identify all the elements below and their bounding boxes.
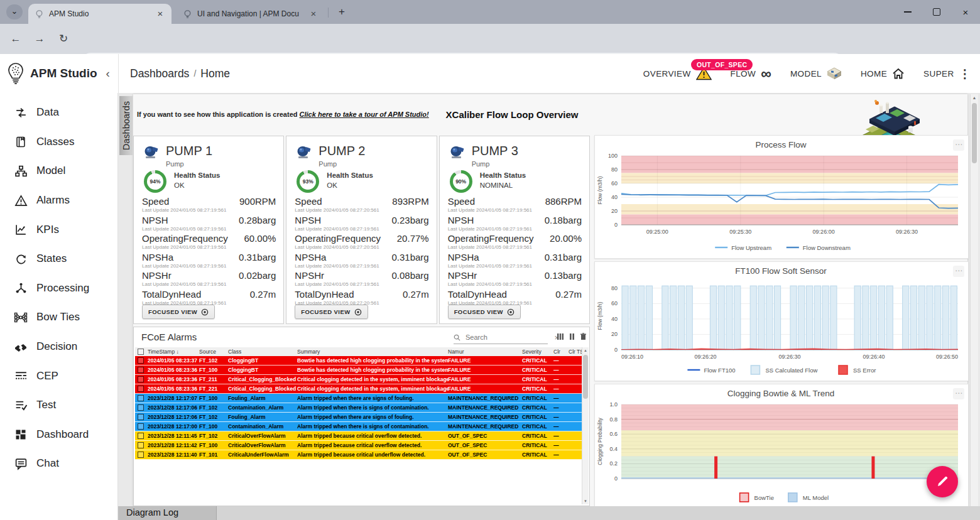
- checkbox-cell[interactable]: [135, 395, 148, 401]
- alarm-row[interactable]: 2023/12/28 12:17:06FT_102Contamination_A…: [135, 403, 582, 413]
- browser-tab-apm-studio[interactable]: APM Studio ×: [28, 4, 172, 24]
- sidebar-item-cep[interactable]: CEP: [0, 361, 117, 391]
- row-checkbox[interactable]: [138, 404, 144, 411]
- scroll-up-icon[interactable]: ▲: [971, 94, 978, 102]
- search-input[interactable]: [464, 333, 536, 342]
- sidebar-item-kpis[interactable]: KPIs: [0, 215, 117, 244]
- metric-label: NPSHr: [142, 270, 172, 281]
- tab-close-icon[interactable]: ×: [308, 9, 318, 19]
- diagram-log-tab[interactable]: Diagram Log: [118, 506, 217, 520]
- alarm-cell: 2024/01/05 08:23:36: [148, 386, 199, 392]
- sidebar-item-alarms[interactable]: Alarms: [0, 186, 117, 215]
- checkbox-cell[interactable]: [135, 442, 148, 448]
- pause-icon[interactable]: [569, 333, 575, 340]
- tab-search-caret-icon[interactable]: ⌄: [6, 4, 23, 19]
- column-header[interactable]: Summary: [297, 349, 448, 355]
- trash-icon[interactable]: [580, 333, 587, 340]
- nav-model[interactable]: MODEL: [790, 67, 842, 80]
- sidebar-item-states[interactable]: States: [0, 244, 117, 274]
- checkbox-cell[interactable]: [135, 367, 148, 373]
- alarm-row[interactable]: 2023/12/28 12:11:45FT_102CriticalOverFlo…: [135, 431, 582, 441]
- focused-view-button[interactable]: FOCUSED VIEW: [295, 305, 368, 319]
- row-checkbox[interactable]: [138, 395, 144, 401]
- scroll-down-icon[interactable]: ▼: [582, 498, 589, 504]
- checkbox-cell[interactable]: [135, 423, 148, 430]
- row-checkbox[interactable]: [138, 376, 144, 382]
- alarms-search[interactable]: [454, 331, 548, 344]
- page-scrollbar[interactable]: ▲: [970, 94, 978, 506]
- select-all-checkbox[interactable]: [138, 349, 144, 355]
- column-header[interactable]: Namur: [448, 349, 522, 355]
- sidebar-collapse-chevron[interactable]: ‹: [106, 67, 110, 80]
- checkbox-cell[interactable]: [135, 404, 148, 411]
- alarm-row[interactable]: 2023/12/28 12:11:40FT_101CriticalUnderFl…: [135, 450, 582, 460]
- window-minimize-button[interactable]: [893, 0, 922, 24]
- dashboards-vertical-tab[interactable]: Dashboards: [119, 96, 133, 155]
- back-button[interactable]: ←: [8, 31, 24, 47]
- new-tab-button[interactable]: +: [334, 4, 349, 19]
- alarms-scrollbar-thumb[interactable]: [583, 355, 588, 399]
- sidebar-item-data[interactable]: Data: [0, 98, 117, 127]
- pump-type: Pump: [472, 160, 518, 168]
- chart-menu-icon[interactable]: ⋯: [953, 266, 964, 277]
- scroll-up-icon[interactable]: ▲: [582, 347, 589, 354]
- alarm-row[interactable]: 2024/01/05 08:23:36FT_211Critical_Cloggi…: [135, 375, 582, 384]
- row-checkbox[interactable]: [138, 423, 144, 430]
- alarm-row[interactable]: 2023/12/28 12:17:07FT_100Fouling_AlarmAl…: [135, 394, 582, 403]
- sidebar-item-chat[interactable]: Chat: [0, 449, 117, 479]
- breadcrumb-section[interactable]: Dashboards: [130, 67, 189, 80]
- column-header[interactable]: Source: [199, 349, 228, 355]
- sidebar-item-dashboard[interactable]: Dashboard: [0, 420, 117, 450]
- edit-fab-button[interactable]: [927, 466, 958, 497]
- alarm-row[interactable]: 2023/12/28 12:17:06FT_102Fouling_AlarmAl…: [135, 413, 582, 422]
- column-header[interactable]: Severity: [522, 349, 553, 355]
- row-checkbox[interactable]: [138, 433, 144, 439]
- nav-home[interactable]: HOME: [861, 68, 905, 80]
- row-checkbox[interactable]: [138, 367, 144, 373]
- checkbox-cell[interactable]: [135, 376, 148, 382]
- alarm-row[interactable]: 2024/01/05 08:23:36FT_100CloggingBTBowti…: [135, 366, 582, 375]
- row-checkbox[interactable]: [138, 357, 144, 364]
- forward-button[interactable]: →: [31, 31, 48, 47]
- column-header[interactable]: Clr TS: [569, 349, 582, 355]
- sidebar-item-classes[interactable]: Classes: [0, 127, 117, 157]
- chart-menu-icon[interactable]: ⋯: [953, 139, 964, 151]
- checkbox-cell[interactable]: [135, 433, 148, 439]
- sidebar-item-processing[interactable]: Processing: [0, 274, 117, 303]
- page-scrollbar-thumb[interactable]: [972, 103, 977, 163]
- focused-view-button[interactable]: FOCUSED VIEW: [448, 305, 521, 319]
- column-header[interactable]: Clr: [553, 349, 569, 355]
- checkbox-cell[interactable]: [135, 386, 148, 392]
- column-header[interactable]: TimeStamp ↓: [148, 349, 199, 355]
- column-header[interactable]: [135, 349, 148, 355]
- row-checkbox[interactable]: [138, 414, 144, 420]
- alarm-row[interactable]: 2023/12/28 12:17:00FT_100Contamination_A…: [135, 422, 582, 431]
- health-status-value: OK: [174, 181, 185, 189]
- alarm-row[interactable]: 2024/01/05 08:23:36FT_221Critical_Cloggi…: [135, 384, 582, 394]
- alarm-row[interactable]: 2024/01/05 08:23:37FT_102CloggingBTBowti…: [135, 356, 582, 366]
- nav-super[interactable]: SUPER ⋮: [923, 67, 971, 81]
- row-checkbox[interactable]: [138, 442, 144, 448]
- checkbox-cell[interactable]: [135, 357, 148, 364]
- alarms-scrollbar[interactable]: ▲ ▼: [582, 347, 589, 504]
- sidebar-item-test[interactable]: Test: [0, 391, 117, 420]
- pump-type: Pump: [166, 160, 212, 168]
- alarm-row[interactable]: 2023/12/28 12:11:42FT_100CriticalOverFlo…: [135, 441, 582, 450]
- sidebar-item-model[interactable]: Model: [0, 156, 117, 186]
- checkbox-cell[interactable]: [135, 452, 148, 458]
- tour-link[interactable]: Click here to take a tour of APM Studio!: [300, 111, 429, 118]
- reload-button[interactable]: ↻: [55, 31, 72, 47]
- focused-view-button[interactable]: FOCUSED VIEW: [142, 305, 215, 319]
- chart-menu-icon[interactable]: ⋯: [953, 388, 964, 399]
- column-header[interactable]: Class: [228, 349, 297, 355]
- sidebar-item-decision[interactable]: Decision: [0, 332, 117, 362]
- window-maximize-button[interactable]: [922, 0, 951, 24]
- checkbox-cell[interactable]: [135, 414, 148, 420]
- browser-tab-apm-docs[interactable]: UI and Navigation | APM Docu ×: [177, 4, 325, 24]
- sidebar-item-bow-ties[interactable]: Bow Ties: [0, 303, 117, 332]
- window-close-button[interactable]: ×: [951, 0, 980, 24]
- tab-close-icon[interactable]: ×: [155, 9, 165, 19]
- row-checkbox[interactable]: [138, 386, 144, 392]
- row-checkbox[interactable]: [138, 452, 144, 458]
- columns-icon[interactable]: [557, 333, 564, 340]
